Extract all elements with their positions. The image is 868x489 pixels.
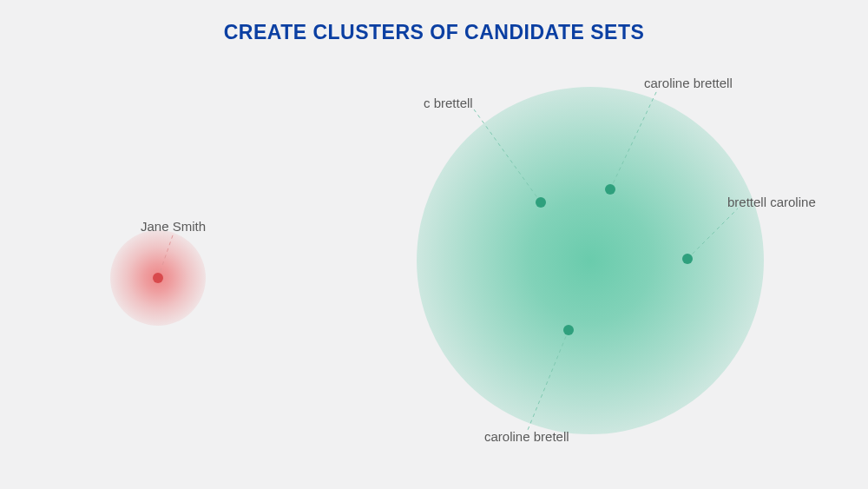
leader-c-brettell <box>474 109 541 202</box>
label-c-brettell: c brettell <box>424 96 473 110</box>
point-brettell-caroline <box>682 254 693 264</box>
diagram-stage: Jane Smith c brettell caroline brettell … <box>0 0 868 489</box>
label-jane-smith: Jane Smith <box>141 219 206 234</box>
leader-jane-smith <box>158 233 174 278</box>
point-c-brettell <box>536 197 546 208</box>
label-caroline-bretell: caroline bretell <box>484 429 569 444</box>
page-title: CREATE CLUSTERS OF CANDIDATE SETS <box>0 21 868 44</box>
label-caroline-brettell: caroline brettell <box>644 76 733 90</box>
point-caroline-bretell <box>563 325 574 335</box>
leader-caroline-brettell <box>610 90 657 189</box>
point-caroline-brettell <box>605 184 615 195</box>
cluster-halo-red <box>110 230 206 326</box>
label-brettell-caroline: brettell caroline <box>727 195 816 209</box>
cluster-halo-green <box>417 87 764 434</box>
point-jane-smith <box>153 273 163 283</box>
leader-caroline-bretell <box>528 330 569 430</box>
leader-lines <box>0 0 868 489</box>
leader-brettell-caroline <box>687 208 738 259</box>
